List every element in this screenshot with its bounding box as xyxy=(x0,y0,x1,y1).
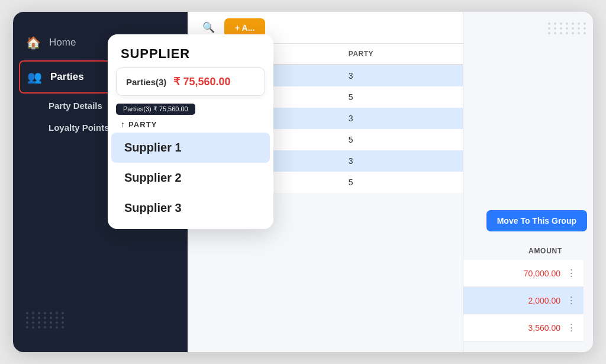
summary-label: Parties(3) xyxy=(126,77,166,87)
col-party: PARTY xyxy=(339,44,463,65)
supplier-list-item-2[interactable]: Supplier 2 xyxy=(111,163,270,193)
right-decorative-dots xyxy=(548,22,587,34)
move-to-group-button[interactable]: Move To This Group xyxy=(486,210,587,231)
main-container: 🏠 Home 👥 Parties Party Details Loyalty P… xyxy=(13,12,593,352)
row-menu-button[interactable]: ⋮ xyxy=(564,266,579,281)
summary-amount: ₹ 75,560.00 xyxy=(173,75,230,88)
amount-row-1: 70,000.00 ⋮ xyxy=(463,260,584,287)
sidebar-label-home: Home xyxy=(49,37,76,49)
supplier-popup-title: SUPPLIER xyxy=(108,46,273,67)
amount-row-3: 3,560.00 ⋮ xyxy=(463,314,584,342)
sidebar-decorative-dots xyxy=(26,312,65,328)
sidebar-label-parties: Parties xyxy=(50,71,84,83)
row-menu-button[interactable]: ⋮ xyxy=(564,293,579,308)
supplier-list-item-1[interactable]: Supplier 1 xyxy=(111,133,270,163)
arrow-up-icon: ↑ xyxy=(121,120,125,129)
tooltip-label: Parties(3) ₹ 75,560.00 xyxy=(116,104,195,115)
parties-icon: 👥 xyxy=(27,70,42,84)
supplier-list-item-3[interactable]: Supplier 3 xyxy=(111,193,270,223)
popup-party-header: ↑ PARTY xyxy=(108,117,273,133)
home-icon: 🏠 xyxy=(26,36,41,50)
supplier-summary-card[interactable]: Parties(3) ₹ 75,560.00 xyxy=(116,67,265,96)
supplier-popup: SUPPLIER Parties(3) ₹ 75,560.00 Parties(… xyxy=(108,34,273,229)
row-menu-button[interactable]: ⋮ xyxy=(564,320,579,335)
amount-column-header: AMOUNT xyxy=(463,242,584,260)
right-panel: Move To This Group AMOUNT 70,000.00 ⋮ 2,… xyxy=(463,12,593,352)
amount-row-2: 2,000.00 ⋮ xyxy=(463,287,584,314)
